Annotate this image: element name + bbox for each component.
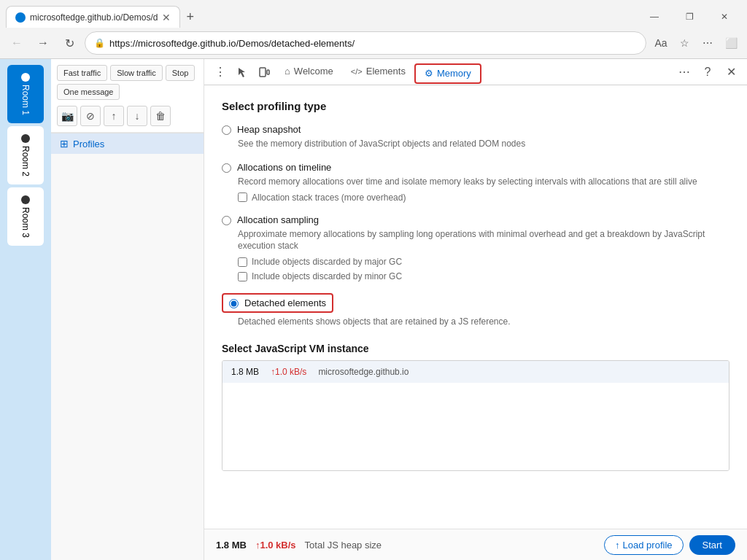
- devtools-menu-btn[interactable]: ⋮: [210, 62, 231, 82]
- footer-label: Total JS heap size: [305, 540, 382, 551]
- welcome-icon: ⌂: [285, 66, 290, 77]
- close-devtools-btn[interactable]: ✕: [721, 62, 741, 82]
- extension-button[interactable]: ⬜: [721, 33, 741, 53]
- favorites-button[interactable]: ☆: [674, 33, 694, 53]
- devtools-right-actions: ⋯ ? ✕: [674, 62, 741, 82]
- elements-tab[interactable]: </> Elements: [342, 59, 414, 85]
- slow-traffic-button[interactable]: Slow traffic: [110, 65, 163, 81]
- vm-empty-area: [222, 383, 729, 470]
- more-button[interactable]: ⋯: [697, 33, 718, 53]
- down-icon-btn[interactable]: ↓: [127, 106, 147, 126]
- minor-gc-label: Include objects discarded by minor GC: [252, 271, 402, 281]
- one-message-button[interactable]: One message: [57, 84, 120, 100]
- welcome-tab[interactable]: ⌂ Welcome: [276, 59, 342, 85]
- footer-stats: 1.8 MB ↑1.0 kB/s Total JS heap size: [216, 540, 382, 551]
- heap-radio[interactable]: [222, 125, 231, 135]
- sampling-option: Allocation sampling Approximate memory a…: [222, 214, 729, 282]
- devtools-panel: ⋮ ⌂ Welcome </> Elements ⚙ Memory: [204, 59, 747, 560]
- major-gc-label: Include objects discarded by major GC: [252, 257, 402, 267]
- detached-radio[interactable]: [229, 299, 239, 308]
- major-gc-checkbox[interactable]: [238, 257, 247, 267]
- stack-traces-suboption: Allocation stack traces (more overhead): [238, 192, 729, 203]
- delete-icon-btn[interactable]: 🗑: [150, 106, 171, 126]
- svg-rect-0: [260, 68, 266, 77]
- devtools-inspect-btn[interactable]: [232, 62, 252, 82]
- timeline-radio[interactable]: [222, 163, 231, 173]
- vm-list: 1.8 MB ↑1.0 kB/s microsoftedge.github.io: [222, 360, 729, 471]
- heap-option-row: Heap snapshot: [222, 124, 729, 135]
- load-profile-label: Load profile: [623, 540, 673, 551]
- refresh-button[interactable]: ↻: [58, 32, 80, 54]
- footer-size: 1.8 MB: [216, 540, 247, 551]
- welcome-label: Welcome: [294, 66, 333, 77]
- url-text: https://microsoftedge.github.io/Demos/de…: [109, 38, 637, 49]
- start-button[interactable]: Start: [689, 535, 735, 555]
- devtools-tabs: ⌂ Welcome </> Elements ⚙ Memory: [276, 59, 481, 85]
- elements-label: Elements: [366, 66, 406, 77]
- heap-label: Heap snapshot: [237, 124, 301, 135]
- address-actions: Aa ☆ ⋯ ⬜: [651, 33, 741, 53]
- demo-controls-panel: Fast traffic Slow traffic Stop One messa…: [51, 59, 204, 560]
- main-area: Room 1 Room 2 Room 3 Fast traffic Slow t…: [0, 59, 747, 560]
- stack-traces-label: Allocation stack traces (more overhead): [252, 192, 406, 203]
- minor-gc-checkbox[interactable]: [238, 272, 247, 281]
- room-3-label: Room 3: [20, 207, 31, 238]
- memory-gear-icon: ⚙: [425, 68, 433, 79]
- timeline-option: Allocations on timeline Record memory al…: [222, 162, 729, 203]
- sampling-desc: Approximate memory allocations by sampli…: [238, 228, 729, 253]
- profiles-label: Profiles: [73, 139, 104, 149]
- profiles-item[interactable]: ⊞ Profiles: [51, 133, 204, 154]
- memory-panel: Select profiling type Heap snapshot See …: [204, 85, 747, 529]
- timeline-option-row: Allocations on timeline: [222, 162, 729, 173]
- footer-bar: 1.8 MB ↑1.0 kB/s Total JS heap size ↑ Lo…: [204, 529, 747, 560]
- load-profile-button[interactable]: ↑ Load profile: [604, 535, 683, 555]
- memory-label: Memory: [437, 68, 471, 79]
- stop-icon-btn[interactable]: ⊘: [80, 106, 101, 126]
- vm-section-title: Select JavaScript VM instance: [222, 343, 729, 354]
- url-bar[interactable]: 🔒 https://microsoftedge.github.io/Demos/…: [85, 31, 646, 55]
- vm-url: microsoftedge.github.io: [318, 367, 409, 377]
- stop-button[interactable]: Stop: [166, 65, 196, 81]
- sampling-radio[interactable]: [222, 216, 231, 225]
- devtools-device-btn[interactable]: [254, 62, 274, 82]
- restore-button[interactable]: ❐: [673, 6, 706, 28]
- room-3-item[interactable]: Room 3: [7, 187, 44, 246]
- vm-size: 1.8 MB: [231, 367, 259, 377]
- tab-title: microsoftedge.github.io/Demos/d: [30, 12, 158, 23]
- tab-close-button[interactable]: ✕: [162, 12, 171, 23]
- up-icon-btn[interactable]: ↑: [104, 106, 124, 126]
- heap-snapshot-option: Heap snapshot See the memory distributio…: [222, 124, 729, 150]
- active-tab[interactable]: microsoftedge.github.io/Demos/d ✕: [6, 6, 180, 28]
- more-tools-btn[interactable]: ⋯: [674, 62, 694, 82]
- memory-tab[interactable]: ⚙ Memory: [414, 63, 481, 84]
- svg-rect-1: [267, 70, 269, 74]
- footer-speed: ↑1.0 kB/s: [255, 540, 296, 551]
- fast-traffic-button[interactable]: Fast traffic: [57, 65, 107, 81]
- forward-button[interactable]: →: [32, 32, 54, 54]
- minor-gc-suboption: Include objects discarded by minor GC: [238, 271, 729, 281]
- stack-traces-checkbox[interactable]: [238, 192, 247, 202]
- read-aloud-button[interactable]: Aa: [651, 33, 671, 53]
- new-tab-button[interactable]: +: [180, 7, 200, 28]
- help-btn[interactable]: ?: [697, 62, 718, 82]
- heap-desc: See the memory distribution of JavaScrip…: [238, 138, 729, 150]
- sampling-option-row: Allocation sampling: [222, 214, 729, 225]
- demo-controls: Fast traffic Slow traffic Stop One messa…: [51, 59, 204, 133]
- back-button[interactable]: ←: [6, 32, 28, 54]
- take-snapshot-icon-btn[interactable]: 📷: [57, 106, 77, 126]
- window-controls: — ❐ ✕: [638, 6, 741, 28]
- vm-item[interactable]: 1.8 MB ↑1.0 kB/s microsoftedge.github.io: [222, 361, 729, 383]
- room-1-item[interactable]: Room 1: [7, 65, 44, 123]
- lock-icon: 🔒: [94, 38, 105, 48]
- room-2-item[interactable]: Room 2: [7, 126, 44, 184]
- profiles-icon: ⊞: [60, 138, 69, 149]
- devtools-toolbar: ⋮ ⌂ Welcome </> Elements ⚙ Memory: [204, 59, 747, 85]
- minimize-button[interactable]: —: [638, 6, 671, 28]
- load-icon: ↑: [615, 540, 620, 551]
- close-button[interactable]: ✕: [708, 6, 741, 28]
- timeline-label: Allocations on timeline: [237, 162, 331, 173]
- timeline-desc: Record memory allocations over time and …: [238, 176, 729, 188]
- room-2-dot: [21, 134, 30, 143]
- footer-actions: ↑ Load profile Start: [604, 535, 735, 555]
- detached-label: Detached elements: [244, 298, 326, 308]
